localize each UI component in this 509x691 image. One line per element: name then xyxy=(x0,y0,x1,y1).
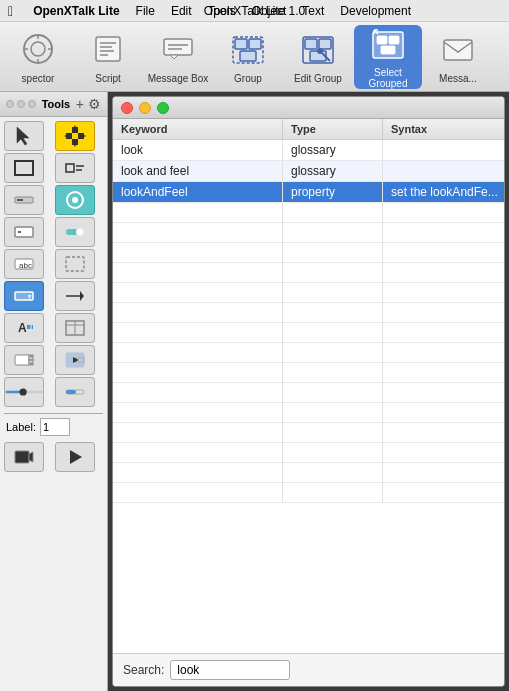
tool-move[interactable] xyxy=(55,121,95,151)
cell-type-2: glossary xyxy=(283,161,383,181)
window-close-button[interactable] xyxy=(121,102,133,114)
svg-rect-17 xyxy=(240,51,256,61)
dict-table-header: Keyword Type Syntax xyxy=(113,119,504,140)
dict-row-look[interactable]: look glossary xyxy=(113,140,504,161)
svg-marker-56 xyxy=(80,291,84,301)
tools-dot-1 xyxy=(6,100,14,108)
dict-search-bar: Search: xyxy=(113,653,504,686)
svg-rect-66 xyxy=(29,360,33,365)
tools-panel: Tools + ⚙ xyxy=(0,92,108,691)
toolbar-inspector[interactable]: spector xyxy=(4,25,72,89)
svg-rect-29 xyxy=(444,40,472,60)
tools-add-button[interactable]: + xyxy=(76,96,84,112)
app-name[interactable]: OpenXTalk Lite xyxy=(33,4,119,18)
toolbar-select-grouped[interactable]: Select Grouped xyxy=(354,25,422,89)
tool-video[interactable] xyxy=(4,442,44,472)
select-grouped-icon xyxy=(368,25,408,63)
svg-rect-39 xyxy=(15,161,33,175)
tools-title: Tools xyxy=(42,98,71,110)
dictionary-panel: Keyword Type Syntax look glossary look a… xyxy=(112,96,505,687)
tool-input[interactable] xyxy=(4,217,44,247)
tool-play[interactable] xyxy=(55,442,95,472)
menu-text[interactable]: Text xyxy=(302,4,324,18)
toolbar-message[interactable]: Messa... xyxy=(424,25,492,89)
tool-progress[interactable] xyxy=(55,377,95,407)
dict-row-lookAndFeel[interactable]: lookAndFeel property set the lookAndFe..… xyxy=(113,182,504,203)
menu-file[interactable]: File xyxy=(136,4,155,18)
svg-point-0 xyxy=(24,35,52,63)
tool-slider[interactable] xyxy=(4,377,44,407)
cell-keyword-2: look and feel xyxy=(113,161,283,181)
toolbar-group[interactable]: Group xyxy=(214,25,282,89)
svg-point-46 xyxy=(72,197,78,203)
col-header-keyword: Keyword xyxy=(113,119,283,139)
toolbar-message-box[interactable]: Message Box xyxy=(144,25,212,89)
svg-text:A: A xyxy=(18,321,27,335)
label-field-input[interactable] xyxy=(40,418,70,436)
dict-empty-row-10 xyxy=(113,383,504,403)
toolbar-script[interactable]: Script xyxy=(74,25,142,89)
dict-table-body: look glossary look and feel glossary loo… xyxy=(113,140,504,653)
menu-development[interactable]: Development xyxy=(340,4,411,18)
inspector-icon xyxy=(18,29,58,69)
tool-panel[interactable] xyxy=(55,281,95,311)
dict-empty-row-14 xyxy=(113,463,504,483)
svg-rect-40 xyxy=(66,164,74,172)
apple-menu-icon[interactable]:  xyxy=(8,3,13,19)
svg-rect-65 xyxy=(29,355,33,360)
tool-circle[interactable] xyxy=(55,185,95,215)
svg-rect-26 xyxy=(377,36,387,44)
tool-toggle[interactable] xyxy=(55,217,95,247)
main-area: Tools + ⚙ xyxy=(0,92,509,691)
tool-check[interactable] xyxy=(55,153,95,183)
dict-empty-row-15 xyxy=(113,483,504,503)
dict-search-input[interactable] xyxy=(170,660,290,680)
tool-dropdown[interactable] xyxy=(4,281,44,311)
cell-type-1: glossary xyxy=(283,140,383,160)
toolbar-edit-group[interactable]: Edit Group xyxy=(284,25,352,89)
tool-label-ctrl[interactable]: abc xyxy=(4,249,44,279)
tool-text-ctrl[interactable]: A xyxy=(4,313,44,343)
menu-edit[interactable]: Edit xyxy=(171,4,192,18)
svg-rect-76 xyxy=(66,390,76,394)
mail-icon xyxy=(438,29,478,69)
svg-point-1 xyxy=(31,42,45,56)
svg-rect-27 xyxy=(389,36,399,44)
svg-marker-59 xyxy=(27,325,33,329)
svg-point-74 xyxy=(19,388,26,395)
dict-row-look-and-feel[interactable]: look and feel glossary xyxy=(113,161,504,182)
svg-rect-20 xyxy=(319,39,331,49)
tool-rect[interactable] xyxy=(4,153,44,183)
tool-table[interactable] xyxy=(55,313,95,343)
window-maximize-button[interactable] xyxy=(157,102,169,114)
cell-type-3: property xyxy=(283,182,383,202)
tool-bar[interactable] xyxy=(4,185,44,215)
tool-blank[interactable] xyxy=(55,249,95,279)
script-icon xyxy=(88,29,128,69)
dict-search-label: Search: xyxy=(123,663,164,677)
cell-syntax-2 xyxy=(383,161,504,181)
cell-keyword-1: look xyxy=(113,140,283,160)
tool-anim[interactable] xyxy=(55,345,95,375)
tool-select[interactable] xyxy=(4,121,44,151)
dict-empty-row-9 xyxy=(113,363,504,383)
dict-empty-row-6 xyxy=(113,303,504,323)
window-minimize-button[interactable] xyxy=(139,102,151,114)
svg-rect-28 xyxy=(381,46,395,54)
svg-marker-79 xyxy=(70,450,82,464)
toolbar-group-label: Group xyxy=(234,73,262,84)
svg-rect-11 xyxy=(164,39,192,55)
tool-spin[interactable] xyxy=(4,345,44,375)
tools-grid: abc xyxy=(0,117,107,411)
svg-marker-78 xyxy=(29,452,33,462)
tools-dot-3 xyxy=(28,100,36,108)
svg-point-50 xyxy=(76,228,84,236)
tools-gear-button[interactable]: ⚙ xyxy=(88,96,101,112)
toolbar-edit-group-label: Edit Group xyxy=(294,73,342,84)
svg-rect-77 xyxy=(15,451,29,463)
svg-marker-12 xyxy=(170,55,178,59)
svg-text:abc: abc xyxy=(19,261,32,270)
edit-group-icon xyxy=(298,29,338,69)
dict-empty-row-7 xyxy=(113,323,504,343)
dict-empty-row-11 xyxy=(113,403,504,423)
